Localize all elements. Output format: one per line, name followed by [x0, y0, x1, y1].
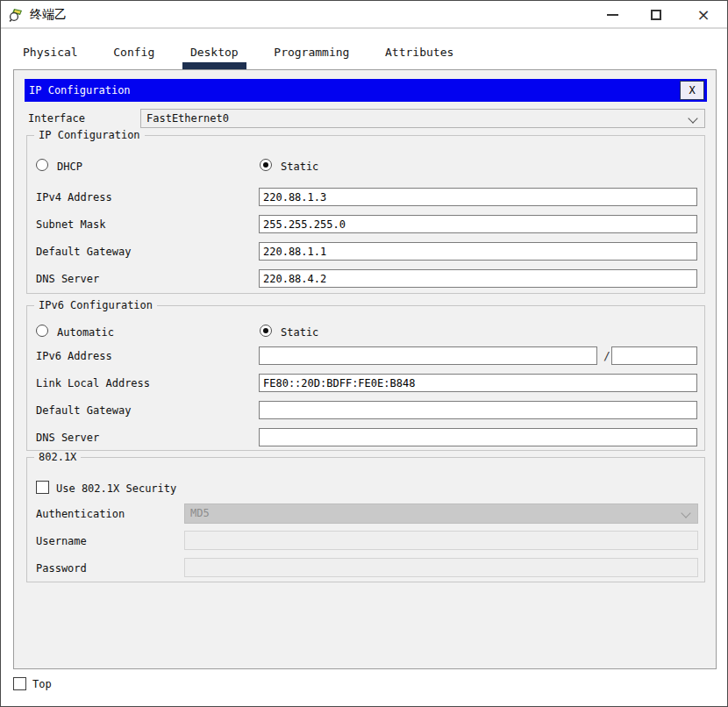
- ipv6-static-radio[interactable]: [260, 325, 272, 337]
- use-8021x-security-checkbox[interactable]: [36, 481, 49, 494]
- ipv6-static-label: Static: [281, 326, 318, 339]
- ipv6-automatic-label: Automatic: [57, 326, 114, 339]
- link-local-address-label: Link Local Address: [36, 377, 150, 389]
- tab-physical[interactable]: Physical: [15, 41, 86, 70]
- ipv6-configuration-group: IPv6 Configuration Automatic Static IPv6…: [26, 305, 705, 451]
- static-radio[interactable]: [260, 159, 272, 171]
- ipv6-address-input[interactable]: [259, 346, 597, 365]
- window-title: 终端乙: [30, 7, 67, 23]
- default-gateway-input[interactable]: [259, 242, 697, 261]
- interface-select-value: FastEthernet0: [146, 112, 229, 125]
- interface-select[interactable]: FastEthernet0: [140, 109, 705, 128]
- link-local-address-input[interactable]: [259, 374, 697, 392]
- ipv6-default-gateway-label: Default Gateway: [36, 404, 131, 417]
- ip-configuration-panel: IP Configuration X Interface FastEtherne…: [13, 69, 717, 669]
- close-button[interactable]: ×: [687, 3, 720, 27]
- authentication-select-value: MD5: [190, 507, 210, 519]
- tab-attributes[interactable]: Attributes: [377, 41, 461, 70]
- subnet-mask-label: Subnet Mask: [36, 218, 105, 231]
- top-checkbox[interactable]: [13, 677, 26, 690]
- password-label: Password: [36, 562, 87, 575]
- tab-bar: Physical Config Desktop Programming Attr…: [15, 41, 473, 70]
- use-8021x-security-label: Use 802.1X Security: [56, 482, 176, 495]
- maximize-icon: [651, 10, 661, 20]
- static-label: Static: [281, 161, 318, 173]
- ip-configuration-legend: IP Configuration: [34, 129, 145, 141]
- tab-config[interactable]: Config: [105, 41, 162, 70]
- authentication-select: MD5: [184, 503, 698, 524]
- ipv6-dns-server-input[interactable]: [259, 428, 697, 446]
- ipv6-prefix-input[interactable]: [611, 346, 697, 365]
- device-window: 终端乙 × Physical Config Desktop Programmin…: [0, 0, 728, 707]
- chevron-down-icon: [681, 508, 690, 518]
- dns-server-label: DNS Server: [36, 273, 99, 285]
- password-field: [184, 558, 698, 577]
- close-icon: ×: [696, 7, 710, 23]
- maximize-button[interactable]: [639, 3, 673, 27]
- ipv6-dns-server-label: DNS Server: [36, 432, 99, 444]
- dhcp-label: DHCP: [57, 161, 82, 173]
- dialog-titlebar: IP Configuration X: [25, 79, 707, 102]
- dialog-title: IP Configuration: [29, 84, 131, 96]
- ipv6-configuration-legend: IPv6 Configuration: [34, 299, 157, 311]
- interface-label: Interface: [28, 112, 85, 125]
- minimize-icon: [607, 14, 618, 16]
- prefix-separator: /: [603, 349, 610, 362]
- minimize-button[interactable]: [596, 3, 629, 27]
- ipv6-address-label: IPv6 Address: [36, 350, 112, 362]
- ipv6-default-gateway-input[interactable]: [259, 401, 697, 419]
- packet-tracer-device-icon: [9, 7, 25, 23]
- ipv4-address-label: IPv4 Address: [36, 191, 112, 204]
- subnet-mask-input[interactable]: [259, 215, 697, 233]
- chevron-down-icon: [688, 113, 697, 123]
- top-checkbox-label: Top: [32, 678, 52, 690]
- dns-server-input[interactable]: [259, 269, 697, 288]
- dot1x-group: 802.1X Use 802.1X Security Authenticatio…: [26, 457, 705, 582]
- titlebar: 终端乙 ×: [1, 1, 727, 29]
- dhcp-radio[interactable]: [36, 159, 48, 171]
- ipv4-address-input[interactable]: [259, 188, 697, 206]
- tab-desktop[interactable]: Desktop: [182, 41, 246, 70]
- tab-programming[interactable]: Programming: [266, 41, 357, 70]
- default-gateway-label: Default Gateway: [36, 246, 131, 258]
- username-label: Username: [36, 535, 87, 547]
- authentication-label: Authentication: [36, 508, 125, 520]
- ip-configuration-group: IP Configuration DHCP Static IPv4 Addres…: [26, 135, 705, 294]
- dialog-close-button[interactable]: X: [680, 81, 704, 100]
- ipv6-automatic-radio[interactable]: [36, 325, 48, 337]
- username-field: [184, 531, 698, 550]
- dot1x-legend: 802.1X: [34, 451, 81, 463]
